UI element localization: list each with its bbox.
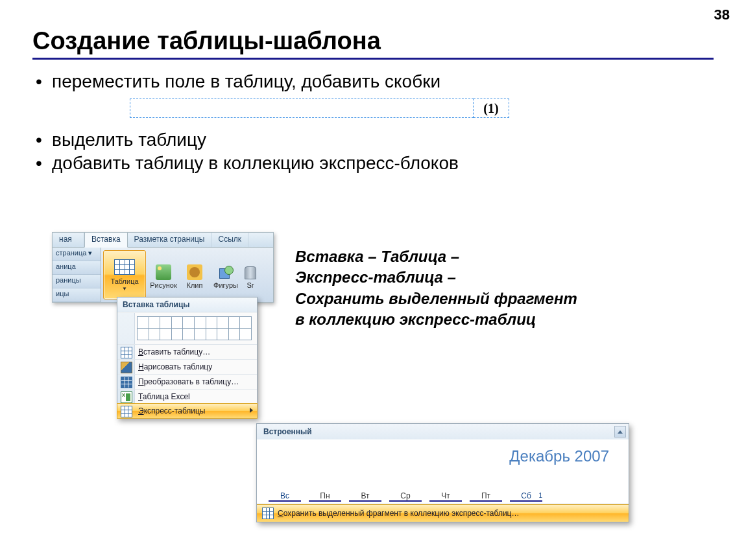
bullet-2: выделить таблицу — [32, 130, 714, 150]
pages-group-label: ицы — [53, 288, 101, 302]
clip-button[interactable]: Клип — [182, 264, 208, 289]
title-underline — [32, 58, 714, 60]
bullet-3: добавить таблицу в коллекцию экспресс-бл… — [32, 153, 714, 174]
flyout-header: Встроенный — [257, 424, 629, 439]
bullet-1: переместить поле в таблицу, добавить ско… — [32, 71, 714, 92]
express-tables-item[interactable]: Экспресс-таблицы — [117, 403, 258, 419]
smartart-icon — [243, 264, 258, 280]
table-grid-selector[interactable] — [117, 312, 257, 344]
ribbon-body: страница ▾ аница раницы ицы Таблица ▼ Ри… — [53, 248, 273, 302]
day-sun: Вс — [269, 491, 301, 502]
day-wed: Ср — [389, 491, 422, 502]
draw-table-item[interactable]: Нарисовать таблицу — [117, 359, 257, 374]
slide: 38 Создание таблицы-шаблона переместить … — [0, 0, 746, 560]
convert-to-table-item[interactable]: Преобразовать в таблицу… — [117, 374, 257, 389]
field-example: (1) — [130, 99, 714, 118]
dropdown-caret-icon: ▼ — [122, 286, 127, 292]
field-cell-empty — [130, 99, 474, 118]
excel-icon — [121, 391, 132, 403]
page-break-btn[interactable]: раницы — [53, 275, 101, 288]
cover-page-btn[interactable]: страница ▾ — [53, 248, 101, 261]
illustrations-group: Рисунок Клип Фигуры Sr — [148, 248, 258, 302]
table-button-label: Таблица — [110, 277, 138, 285]
field-table: (1) — [130, 99, 509, 118]
day-fri: Пт — [470, 491, 502, 502]
excel-table-item[interactable]: Таблица Excel — [117, 389, 257, 404]
calendar-days: Вс Пн Вт Ср Чт Пт Сб 1 — [269, 491, 617, 502]
day-sat: Сб 1 — [510, 491, 542, 502]
page-number: 38 — [714, 6, 730, 23]
table-button[interactable]: Таблица ▼ — [103, 250, 146, 299]
pages-group: страница ▾ аница раницы ицы — [53, 248, 101, 302]
clip-label: Клип — [187, 281, 203, 289]
express-tables-icon — [121, 406, 132, 417]
tab-insert[interactable]: Вставка — [84, 232, 128, 248]
day-mon: Пн — [309, 491, 341, 502]
table-dropdown: Вставка таблицы Вставить таблицу… Нарисо… — [117, 297, 258, 419]
insert-table-icon — [121, 347, 132, 358]
instruction-text: Вставка – Таблица – Экспресс-таблица – С… — [295, 246, 707, 331]
tab-page-layout[interactable]: Разметка страницы — [128, 233, 212, 247]
ribbon: ная Вставка Разметка страницы Ссылк стра… — [52, 232, 274, 303]
picture-icon — [156, 264, 171, 280]
clip-icon — [187, 264, 202, 280]
dropdown-title: Вставка таблицы — [117, 298, 257, 312]
smartart-button[interactable]: Sr — [244, 264, 257, 289]
flyout-body[interactable]: Декабрь 2007 Вс Пн Вт Ср Чт Пт Сб 1 — [257, 439, 629, 504]
blank-page-btn[interactable]: аница — [53, 261, 101, 275]
convert-table-icon — [121, 377, 132, 388]
picture-label: Рисунок — [150, 281, 177, 289]
tab-home-cut[interactable]: ная — [53, 233, 84, 247]
word-screenshot: ная Вставка Разметка страницы Ссылк стра… — [52, 232, 274, 303]
day-thu: Чт — [429, 491, 462, 502]
field-cell-value: (1) — [474, 99, 509, 118]
shapes-label: Фигуры — [213, 281, 238, 289]
express-tables-flyout: Встроенный Декабрь 2007 Вс Пн Вт Ср Чт П… — [256, 423, 629, 522]
slide-title: Создание таблицы-шаблона — [32, 27, 714, 55]
save-selection-icon — [262, 508, 274, 519]
bullet-list: переместить поле в таблицу, добавить ско… — [32, 71, 714, 92]
tab-references[interactable]: Ссылк — [211, 233, 248, 247]
save-selection-item[interactable]: Сохранить выделенный фрагмент в коллекци… — [257, 504, 629, 522]
insert-table-item[interactable]: Вставить таблицу… — [117, 344, 257, 359]
calendar-title: Декабрь 2007 — [263, 443, 622, 476]
scroll-up-button[interactable] — [614, 426, 626, 438]
ribbon-tabs: ная Вставка Разметка страницы Ссылк — [53, 233, 273, 248]
table-icon — [114, 259, 135, 275]
picture-button[interactable]: Рисунок — [150, 264, 176, 289]
bullet-list-2: выделить таблицу добавить таблицу в колл… — [32, 130, 714, 174]
shapes-icon — [218, 264, 234, 280]
smartart-label: Sr — [247, 281, 254, 289]
submenu-arrow-icon — [250, 408, 253, 413]
flyout-header-label: Встроенный — [263, 427, 312, 436]
day-tue: Вт — [349, 491, 381, 502]
shapes-button[interactable]: Фигуры — [213, 264, 239, 289]
draw-table-icon — [121, 362, 132, 373]
